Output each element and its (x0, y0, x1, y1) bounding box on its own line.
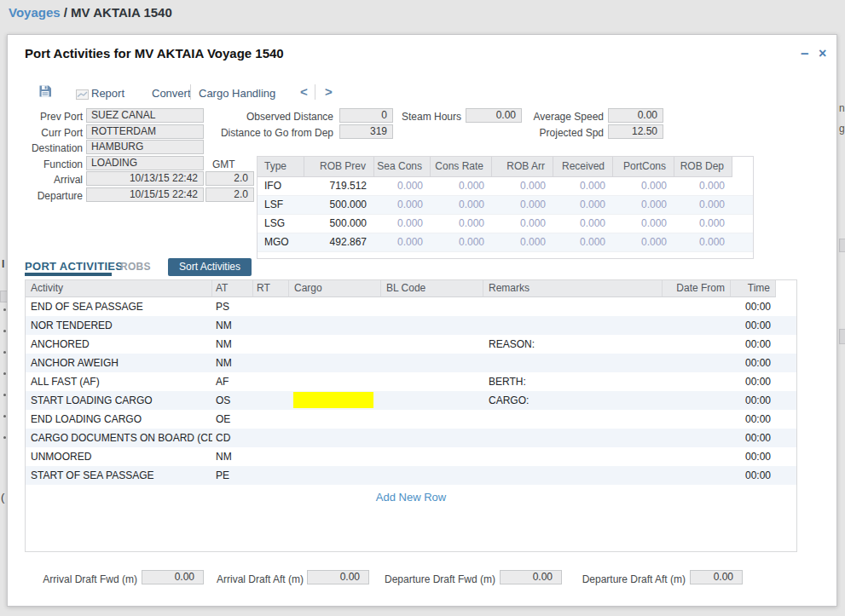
portcons-cell[interactable]: 0.000 (613, 196, 674, 214)
departure-draft-aft-field[interactable]: 0.00 (690, 570, 743, 584)
rob-arr-cell[interactable]: 0.000 (492, 196, 553, 214)
activities-header-activity: Activity (26, 280, 212, 297)
rob-dep-cell[interactable]: 0.000 (674, 233, 732, 251)
portcons-cell[interactable]: 0.000 (613, 215, 674, 233)
arrival-draft-aft-field[interactable]: 0.00 (307, 570, 369, 584)
tab-robs[interactable]: ROBS (120, 261, 151, 273)
steam-hours-field[interactable]: 0.00 (466, 108, 522, 123)
gmt-arrival-field[interactable]: 2.0 (205, 171, 254, 186)
activity-cell: NOR TENDERED (26, 316, 212, 335)
date-from-cell (663, 429, 731, 447)
time-cell[interactable]: 00:00 (731, 447, 776, 466)
departure-draft-fwd-field[interactable]: 0.00 (500, 570, 562, 584)
activity-row[interactable]: ALL FAST (AF) AF BERTH: 00:00 (26, 372, 796, 391)
received-cell[interactable]: 0.000 (553, 215, 613, 233)
average-speed-field[interactable]: 0.00 (608, 108, 663, 123)
background-bullet (3, 436, 6, 439)
breadcrumb: Voyages / MV AKTAIA 1540 (9, 5, 172, 20)
toolbar-separator (315, 84, 315, 100)
departure-field[interactable]: 10/15/15 22:42 (86, 187, 204, 202)
time-cell[interactable]: 00:00 (731, 466, 776, 485)
activity-row[interactable]: UNMOORED NM 00:00 (26, 447, 796, 466)
sort-activities-button[interactable]: Sort Activities (168, 258, 252, 276)
rob-arr-cell[interactable]: 0.000 (492, 233, 553, 251)
time-cell[interactable]: 00:00 (731, 354, 776, 372)
rt-cell (253, 316, 289, 335)
activity-row[interactable]: START OF SEA PASSAGE PE 00:00 (26, 466, 796, 485)
sea-cons-cell[interactable]: 0.000 (374, 233, 431, 251)
rob-dep-cell[interactable]: 0.000 (674, 177, 732, 195)
function-field[interactable]: LOADING (86, 156, 204, 170)
activity-row[interactable]: NOR TENDERED NM 00:00 (26, 316, 796, 335)
activity-row[interactable]: ANCHOR AWEIGH NM 00:00 (26, 354, 796, 372)
time-cell[interactable]: 00:00 (731, 410, 776, 429)
rob-prev-cell[interactable]: 492.867 (304, 233, 374, 251)
sea-cons-cell[interactable]: 0.000 (374, 196, 431, 214)
cons-rate-cell[interactable]: 0.000 (431, 215, 492, 233)
portcons-cell[interactable]: 0.000 (613, 177, 674, 195)
sea-cons-cell[interactable]: 0.000 (374, 177, 431, 195)
cargo-handling-button[interactable]: Cargo Handling (199, 87, 275, 100)
portcons-cell[interactable]: 0.000 (613, 233, 674, 251)
minimize-icon[interactable]: – (801, 45, 808, 62)
observed-distance-field[interactable]: 0 (339, 108, 393, 123)
close-icon[interactable]: × (819, 46, 826, 61)
at-cell: OE (212, 410, 253, 429)
activity-row[interactable]: END OF SEA PASSAGE PS 00:00 (26, 297, 796, 316)
time-cell[interactable]: 00:00 (731, 391, 776, 410)
gmt-departure-field[interactable]: 2.0 (205, 187, 254, 202)
received-cell[interactable]: 0.000 (553, 233, 613, 251)
arrival-field[interactable]: 10/13/15 22:42 (86, 171, 204, 186)
time-cell[interactable]: 00:00 (731, 372, 776, 391)
report-chart-icon (76, 88, 89, 103)
fuel-type-cell: MGO (258, 233, 304, 251)
received-cell[interactable]: 0.000 (553, 196, 613, 214)
rob-header-cons-rate: Cons Rate (431, 157, 492, 177)
cons-rate-cell[interactable]: 0.000 (431, 233, 492, 251)
projected-speed-field[interactable]: 12.50 (608, 124, 663, 139)
rob-arr-cell[interactable]: 0.000 (492, 177, 553, 195)
time-cell[interactable]: 00:00 (731, 335, 776, 354)
rt-cell (253, 429, 289, 447)
activity-row[interactable]: START LOADING CARGO OS CARGO: 00:00 (26, 391, 796, 410)
arrival-draft-fwd-field[interactable]: 0.00 (142, 570, 204, 584)
rob-prev-cell[interactable]: 719.512 (304, 177, 374, 195)
convert-button[interactable]: Convert (152, 87, 191, 100)
distance-to-go-field[interactable]: 319 (339, 124, 393, 139)
breadcrumb-voyages-link[interactable]: Voyages (9, 5, 61, 20)
destination-label: Destination (8, 142, 83, 154)
tab-port-activities[interactable]: PORT ACTIVITIES (25, 260, 123, 273)
next-arrow-icon[interactable]: > (325, 84, 333, 99)
time-cell[interactable]: 00:00 (731, 429, 776, 447)
remarks-cell (483, 447, 663, 466)
add-new-row-link[interactable]: Add New Row (26, 491, 796, 504)
time-cell[interactable]: 00:00 (731, 316, 776, 335)
cargo-highlight-field[interactable] (293, 392, 373, 408)
activity-row[interactable]: ANCHORED NM REASON: 00:00 (26, 335, 796, 354)
cons-rate-cell[interactable]: 0.000 (431, 177, 492, 195)
save-icon[interactable] (39, 85, 51, 101)
rob-prev-cell[interactable]: 500.000 (304, 196, 374, 214)
activity-cell: ANCHOR AWEIGH (26, 354, 212, 372)
time-cell[interactable]: 00:00 (731, 297, 776, 316)
cons-rate-cell[interactable]: 0.000 (431, 196, 492, 214)
cargo-cell (289, 429, 381, 447)
bl-code-cell (381, 466, 483, 485)
curr-port-field[interactable]: ROTTERDAM (86, 124, 204, 139)
prev-arrow-icon[interactable]: < (300, 84, 308, 99)
date-from-cell (663, 316, 731, 335)
destination-field[interactable]: HAMBURG (86, 140, 204, 154)
rob-arr-cell[interactable]: 0.000 (492, 215, 553, 233)
received-cell[interactable]: 0.000 (553, 177, 613, 195)
sea-cons-cell[interactable]: 0.000 (374, 215, 431, 233)
rob-header-rob-arr: ROB Arr (492, 157, 553, 177)
prev-port-field[interactable]: SUEZ CANAL (86, 108, 204, 123)
rob-prev-cell[interactable]: 500.000 (304, 215, 374, 233)
report-button[interactable]: Report (91, 87, 124, 100)
activities-header-bl-code: BL Code (381, 280, 483, 297)
activity-row[interactable]: END LOADING CARGO OE 00:00 (26, 410, 796, 429)
activity-row[interactable]: CARGO DOCUMENTS ON BOARD (CD) CD 00:00 (26, 429, 796, 447)
arrival-label: Arrival (8, 174, 83, 186)
rob-dep-cell[interactable]: 0.000 (674, 196, 732, 214)
rob-dep-cell[interactable]: 0.000 (674, 215, 732, 233)
